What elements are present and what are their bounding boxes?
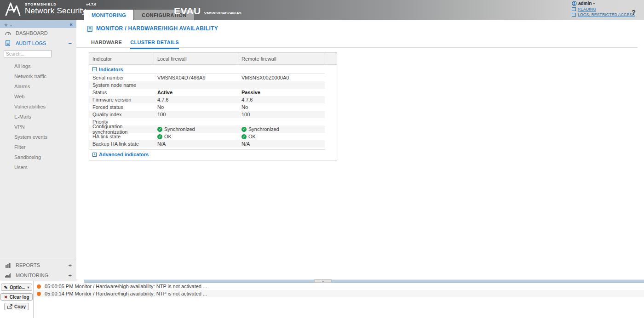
user-icon [572,1,577,6]
logs-access-icon [572,13,576,17]
collapse-group-icon[interactable]: − [92,67,97,71]
column-header-indicator[interactable]: Indicator [89,53,154,64]
remote-firewall-cell: 100 [238,112,325,117]
group-label: Indicators [99,67,123,72]
sidebar-item-reports[interactable]: REPORTS + [0,260,76,270]
copy-button-label: Copy [14,304,26,309]
table-rows: Serial numberVMSNSX04D7466A9VMSNSX00Z000… [89,74,337,148]
sidebar-item-vpn[interactable]: VPN [0,122,76,132]
sidebar-item-filter[interactable]: Filter [0,142,76,152]
sidebar-item-label: DASHBOARD [16,30,48,36]
firewall-name: EVAU [174,6,201,17]
remote-firewall-cell: N/A [238,141,325,147]
gauge-icon [5,31,11,35]
reading-mode-link[interactable]: READING [572,7,635,11]
help-icon[interactable]: ? [632,8,636,16]
sidebar-item-audit-logs[interactable]: AUDIT LOGS − [0,38,76,48]
log-severity-icon [37,292,41,296]
table-row[interactable]: System node name [89,81,325,89]
options-button[interactable]: ✎ Optio... ▾ [1,284,33,291]
expand-section-icon[interactable]: + [68,272,72,279]
sidebar-toolbar: ★ ▾ « [0,20,76,28]
sidebar-item-alarms[interactable]: Alarms [0,81,76,91]
log-panel-resize-divider[interactable]: ⌄ [84,279,644,283]
log-entry[interactable]: 05:00:14 PM Monitor / Hardware/high avai… [34,290,644,297]
user-menu[interactable]: admin ▾ [572,1,635,6]
sidebar-item-monitoring[interactable]: MONITORING + [0,270,76,280]
user-name: admin [578,1,592,6]
check-circle-icon: ✓ [242,127,247,132]
indicator-cell: HA link state [89,134,154,139]
log-entry-text: 05:00:14 PM Monitor / Hardware/high avai… [45,291,207,296]
page-title: MONITOR / HARDWARE/HIGH AVAILABILITY [87,25,218,32]
cell-value: Synchronized [164,126,195,132]
tab-monitoring[interactable]: MONITORING [84,10,133,20]
indicator-cell: Status [89,90,154,95]
cell-value: N/A [242,141,250,147]
sidebar-item-dashboard[interactable]: DASHBOARD [0,28,76,38]
cell-value: 4.7.6 [157,97,168,102]
table-row[interactable]: Quality index100100 [89,111,325,118]
sidebar-item-all-logs[interactable]: All logs [0,61,76,71]
chevron-down-icon: ▾ [10,24,12,27]
column-header-local-firewall[interactable]: Local firewall [154,53,238,64]
local-firewall-cell: No [154,104,238,110]
cell-value: Active [157,90,172,95]
expand-section-icon[interactable]: + [68,262,72,269]
table-row[interactable]: StatusActivePassive [89,89,325,96]
brand-version: v4.7.6 [86,3,96,7]
resize-grip[interactable]: ⌄ [314,279,332,283]
sidebar: ★ ▾ « DASHBOARD AUDIT LOGS − All logsNet… [0,20,76,280]
logs-access-link[interactable]: LOGS: RESTRICTED ACCESS [572,12,635,17]
area-chart-icon [5,273,11,278]
remote-firewall-cell: Passive [238,90,325,95]
table-row[interactable]: Firmware version4.7.64.7.6 [89,96,325,103]
reading-label: READING [578,7,596,11]
sidebar-item-network-traffic[interactable]: Network traffic [0,71,76,81]
pencil-icon: ✎ [4,285,8,290]
table-row[interactable]: Forced statusNoNo [89,103,325,111]
search-input[interactable] [4,50,52,57]
cell-value: VMSNSX04D7466A9 [157,75,206,80]
copy-button[interactable]: Copy [4,303,29,310]
local-firewall-cell: ✓Synchronized [154,126,238,132]
table-row[interactable]: Configuration synchronization✓Synchroniz… [89,125,325,133]
star-icon: ★ [4,22,8,28]
clear-log-button[interactable]: ✕ Clear log [0,293,32,301]
sidebar-item-vulnerabilities[interactable]: Vulnerabilities [0,102,76,112]
group-row-advanced-indicators[interactable]: + Advanced indicators [89,149,325,159]
stormshield-logo-icon [5,2,21,17]
table-row[interactable]: Serial numberVMSNSX04D7466A9VMSNSX00Z000… [89,74,325,81]
audit-log-categories: All logsNetwork trafficAlarmsWebVulnerab… [0,61,76,172]
cell-value: No [242,104,248,110]
group-row-indicators[interactable]: − Indicators [89,65,325,74]
sidebar-item-web[interactable]: Web [0,91,76,102]
cell-value: Passive [242,90,260,95]
sidebar-item-users[interactable]: Users [0,162,76,172]
table-row[interactable]: Backup HA link stateN/AN/A [89,140,325,148]
bar-chart-icon [5,263,11,268]
top-bar: STORMSHIELD v4.7.6 Network Security MONI… [0,0,644,20]
copy-icon [7,304,12,309]
sidebar-item-e-mails[interactable]: E-Mails [0,112,76,122]
cell-value: N/A [157,141,166,147]
sidebar-item-sandboxing[interactable]: Sandboxing [0,152,76,162]
expand-group-icon[interactable]: + [92,153,97,157]
column-header-remote-firewall[interactable]: Remote firewall [238,53,324,64]
sidebar-item-system-events[interactable]: System events [0,132,76,142]
chevron-down-icon: ⌄ [322,280,325,282]
favorites-menu[interactable]: ★ ▾ [4,20,12,28]
firewall-identity: EVAU VMSNSX04D7466A9 [174,6,242,17]
local-firewall-cell: 100 [154,112,238,117]
indicator-cell: Backup HA link state [89,141,154,147]
log-entries: 05:00:05 PM Monitor / Hardware/high avai… [34,283,644,297]
sidebar-item-label: AUDIT LOGS [16,40,46,46]
collapse-sidebar-icon[interactable]: « [69,21,73,28]
log-panel-buttons: ✎ Optio... ▾ ✕ Clear log Copy [0,281,34,318]
cluster-details-table: Indicator Local firewall Remote firewall… [89,52,337,160]
remote-firewall-cell: 4.7.6 [238,97,325,102]
log-entry[interactable]: 05:00:05 PM Monitor / Hardware/high avai… [34,283,644,290]
column-header-spacer [324,53,337,64]
table-row[interactable]: HA link state✓OK✓OK [89,133,325,140]
collapse-section-icon[interactable]: − [68,40,72,47]
